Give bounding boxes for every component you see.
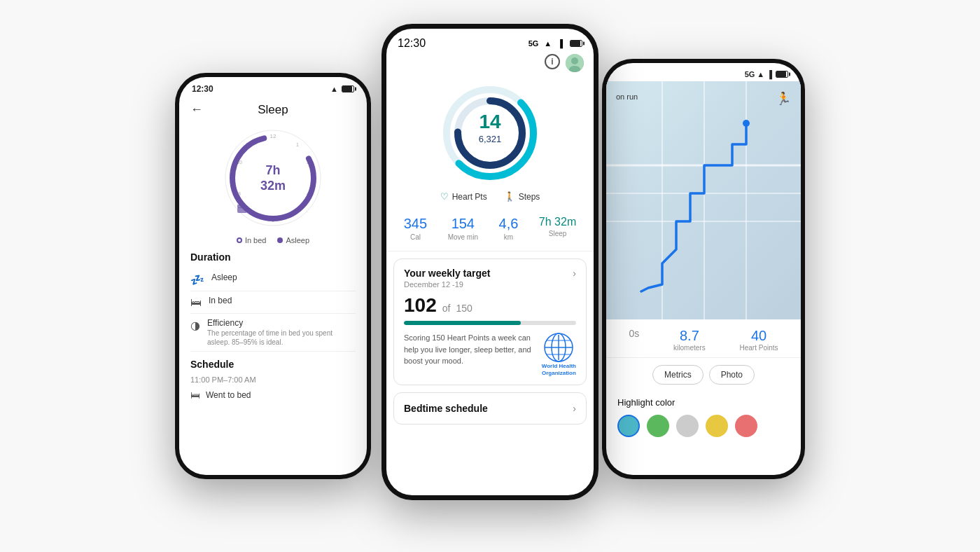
sleep-clock-container: 12 3 6 9 1 2 4 5 7 8 10 11 bbox=[190, 125, 356, 230]
who-text: World HealthOrganization bbox=[542, 363, 576, 376]
highlight-section: Highlight color bbox=[606, 392, 801, 443]
sleep-title: Sleep bbox=[258, 103, 288, 117]
color-dot-yellow[interactable] bbox=[706, 415, 728, 437]
stat-sleep-value: 7h 32m bbox=[539, 216, 576, 228]
bedtime-chevron-icon: › bbox=[573, 403, 576, 414]
action-icons: i bbox=[386, 53, 594, 76]
steps-icon: 🚶 bbox=[504, 191, 515, 202]
fitness-icons-right: 5G ▲ ▐ bbox=[528, 39, 582, 48]
signal-icon-left: ▲ bbox=[330, 85, 338, 93]
stat-cal-label: Cal bbox=[404, 233, 427, 241]
progress-row: 102 of 150 bbox=[404, 294, 576, 317]
svg-text:7h: 7h bbox=[265, 163, 280, 177]
status-bar-left: 12:30 ▲ bbox=[179, 77, 367, 97]
card-date: December 12 -19 bbox=[404, 280, 576, 289]
stat-move-label: Move min bbox=[448, 233, 478, 241]
who-logo: World HealthOrganization bbox=[542, 332, 576, 376]
duration-title: Duration bbox=[190, 251, 356, 263]
progress-current: 102 bbox=[404, 294, 437, 317]
duration-inbed: 🛏 In bed bbox=[190, 291, 356, 314]
run-stat-left: 0s bbox=[629, 328, 639, 352]
svg-text:12: 12 bbox=[270, 133, 276, 139]
info-button[interactable]: i bbox=[545, 54, 560, 69]
color-dot-green[interactable] bbox=[647, 415, 669, 437]
sleep-legend: In bed Asleep bbox=[190, 236, 356, 244]
schedule-time: 11:00 PM–7:00 AM bbox=[190, 375, 356, 384]
fitness-status-bar: 12:30 5G ▲ ▐ bbox=[386, 29, 594, 53]
back-button[interactable]: ← bbox=[190, 102, 203, 117]
stat-km-label: km bbox=[499, 233, 519, 241]
svg-text:1: 1 bbox=[296, 142, 299, 147]
map-roads bbox=[606, 81, 801, 319]
phone-left: 12:30 ▲ ← Sleep bbox=[175, 73, 371, 479]
chevron-right-icon: › bbox=[573, 268, 576, 279]
phone-right: 5G ▲ ▐ bbox=[602, 59, 805, 479]
ring-labels: ♡ Heart Pts 🚶 Steps bbox=[386, 191, 594, 202]
asleep-dot-icon bbox=[277, 237, 283, 243]
status-icons-right: 5G ▲ ▐ bbox=[745, 70, 788, 78]
bedtime-card[interactable]: Bedtime schedule › bbox=[393, 392, 587, 425]
stat-km: 4,6 km bbox=[499, 216, 519, 241]
map-area: on run 🏃 bbox=[606, 81, 801, 319]
stat-move-value: 154 bbox=[448, 216, 478, 232]
highlight-title: Highlight color bbox=[617, 397, 790, 408]
photo-button[interactable]: Photo bbox=[709, 365, 755, 385]
battery-icon-center bbox=[570, 40, 582, 47]
stat-sleep-label: Sleep bbox=[539, 230, 576, 237]
time-center: 12:30 bbox=[398, 37, 426, 50]
fitness-screen: 12:30 5G ▲ ▐ i bbox=[386, 29, 594, 495]
sleep-clock: 12 3 6 9 1 2 4 5 7 8 10 11 bbox=[220, 125, 326, 230]
phones-container: 12:30 ▲ ← Sleep bbox=[175, 17, 805, 535]
weekly-target-card[interactable]: Your weekly target › December 12 -19 102… bbox=[393, 258, 587, 385]
progress-bar-fill bbox=[404, 321, 521, 325]
ring-chart: 14 6,321 bbox=[438, 81, 542, 186]
svg-text:6,321: 6,321 bbox=[479, 134, 502, 144]
legend-asleep: Asleep bbox=[277, 236, 309, 244]
stat-cal-value: 345 bbox=[404, 216, 427, 232]
run-stat-left-value: 0s bbox=[629, 328, 639, 339]
heart-pts-text: Heart Pts bbox=[452, 192, 487, 202]
efficiency-sub: The percentage of time in bed you spent … bbox=[207, 329, 356, 347]
network-label-right: 5G bbox=[745, 70, 755, 78]
stats-row: 345 Cal 154 Move min 4,6 km 7h 32m Sleep bbox=[386, 210, 594, 251]
duration-asleep: 💤 Asleep bbox=[190, 268, 356, 291]
progress-of: of bbox=[442, 303, 451, 314]
stat-cal: 345 Cal bbox=[404, 216, 427, 241]
schedule-title: Schedule bbox=[190, 359, 356, 370]
signal-icon-right: ▐ bbox=[766, 70, 772, 78]
zzz-icon: 💤 bbox=[190, 273, 204, 287]
svg-point-20 bbox=[571, 57, 578, 64]
metrics-button[interactable]: Metrics bbox=[652, 365, 704, 385]
avatar[interactable] bbox=[566, 54, 584, 72]
color-dot-pink[interactable] bbox=[735, 415, 757, 437]
wifi-icon-right: ▲ bbox=[757, 70, 764, 78]
phone-center: 12:30 5G ▲ ▐ i bbox=[382, 24, 598, 500]
svg-rect-16 bbox=[237, 207, 247, 213]
color-dots bbox=[617, 415, 790, 437]
color-dot-gray[interactable] bbox=[676, 415, 699, 437]
who-globe-icon bbox=[543, 332, 574, 363]
inbed-dot-icon bbox=[237, 237, 242, 243]
runner-icon: 🏃 bbox=[776, 91, 791, 106]
heart-pts-label: ♡ Heart Pts bbox=[440, 191, 487, 202]
battery-icon-right bbox=[776, 71, 788, 78]
sleep-screen: 12:30 ▲ ← Sleep bbox=[179, 77, 367, 475]
sleep-header: ← Sleep bbox=[190, 97, 356, 120]
run-stat-km-label: kilometers bbox=[673, 344, 706, 352]
run-stat-hp-label: Heart Points bbox=[740, 344, 778, 352]
svg-text:14: 14 bbox=[479, 111, 501, 132]
card-title: Your weekly target bbox=[404, 268, 490, 279]
svg-rect-17 bbox=[237, 205, 241, 208]
signal-bars-icon: ▐ bbox=[557, 39, 563, 48]
stat-move: 154 Move min bbox=[448, 216, 478, 241]
stat-sleep: 7h 32m Sleep bbox=[539, 216, 576, 241]
heart-icon: ♡ bbox=[440, 191, 449, 202]
status-icons-left: ▲ bbox=[330, 85, 354, 93]
asleep-label: Asleep bbox=[286, 236, 309, 244]
card-content-row: Scoring 150 Heart Points a week can help… bbox=[404, 332, 576, 376]
card-description: Scoring 150 Heart Points a week can help… bbox=[404, 332, 535, 367]
steps-label: 🚶 Steps bbox=[504, 191, 540, 202]
time-left: 12:30 bbox=[192, 84, 214, 94]
run-stat-hp: 40 Heart Points bbox=[740, 328, 778, 352]
color-dot-teal[interactable] bbox=[617, 415, 640, 437]
